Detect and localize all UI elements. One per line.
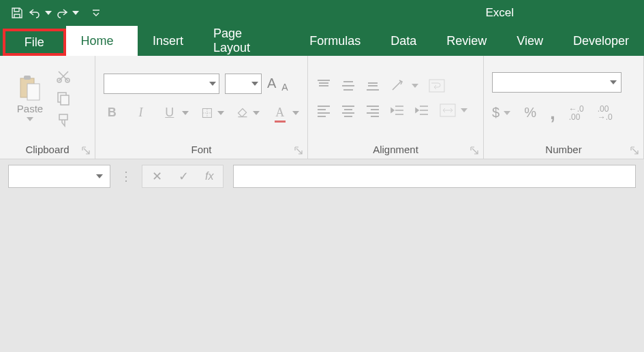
dialog-launcher-icon[interactable] [630, 146, 639, 155]
align-left-icon[interactable] [316, 103, 331, 117]
svg-rect-11 [429, 80, 444, 92]
group-label-number: Number [484, 140, 643, 159]
format-painter-icon[interactable] [56, 112, 71, 127]
font-color-dropdown-icon[interactable] [292, 111, 299, 115]
ribbon: Paste Clipboard A A [0, 56, 644, 159]
group-label-clipboard: Clipboard [0, 140, 95, 159]
tab-data[interactable]: Data [375, 26, 431, 56]
cancel-formula-icon[interactable]: ✕ [152, 169, 162, 184]
title-bar: Excel [0, 0, 644, 26]
formula-input[interactable] [233, 165, 636, 188]
borders-dropdown-icon[interactable] [217, 111, 224, 115]
group-alignment: Alignment [308, 56, 484, 159]
merge-center-icon[interactable] [439, 103, 457, 118]
save-icon[interactable] [10, 5, 25, 20]
insert-function-icon[interactable]: fx [205, 170, 213, 182]
svg-rect-7 [59, 114, 67, 120]
tab-review[interactable]: Review [431, 26, 502, 56]
confirm-formula-icon[interactable]: ✓ [179, 169, 189, 184]
increase-decimal-icon[interactable]: ←.0.00 [569, 105, 584, 121]
font-family-combo[interactable] [104, 74, 219, 94]
align-center-icon[interactable] [341, 103, 356, 117]
italic-button[interactable]: I [132, 103, 149, 123]
increase-indent-icon[interactable] [414, 103, 429, 117]
merge-dropdown-icon[interactable] [461, 108, 467, 112]
tab-page-layout[interactable]: Page Layout [198, 26, 294, 56]
percent-format-icon[interactable]: % [524, 105, 536, 121]
paste-icon [18, 74, 42, 101]
accounting-dropdown-icon[interactable] [504, 111, 510, 115]
orientation-icon[interactable] [390, 79, 409, 93]
ribbon-tabs: File Home Insert Page Layout Formulas Da… [0, 26, 644, 56]
font-size-combo[interactable] [225, 74, 262, 94]
decrease-decimal-icon[interactable]: .00→.0 [598, 105, 613, 121]
cut-icon[interactable] [56, 69, 71, 84]
svg-rect-6 [61, 95, 69, 105]
formula-bar: ⋮ ✕ ✓ fx [0, 159, 644, 193]
name-box[interactable] [8, 165, 110, 188]
fill-color-icon[interactable] [236, 106, 249, 121]
dialog-launcher-icon[interactable] [81, 146, 91, 155]
group-clipboard: Paste Clipboard [0, 56, 95, 159]
svg-rect-1 [24, 76, 31, 80]
decrease-indent-icon[interactable] [390, 103, 405, 117]
group-label-font: Font [95, 140, 307, 159]
quick-access-toolbar [0, 5, 104, 20]
tab-file[interactable]: File [3, 29, 66, 56]
dialog-launcher-icon[interactable] [470, 146, 479, 155]
grow-font-icon[interactable]: A [267, 76, 276, 91]
shrink-font-icon[interactable]: A [281, 82, 288, 93]
wrap-text-icon[interactable] [428, 78, 446, 93]
comma-format-icon[interactable]: , [550, 102, 555, 124]
dialog-launcher-icon[interactable] [294, 146, 303, 155]
undo-dropdown-icon[interactable] [45, 5, 52, 20]
number-format-combo[interactable] [492, 72, 622, 93]
paste-button[interactable]: Paste [8, 74, 52, 121]
formula-bar-expand-icon[interactable]: ⋮ [120, 169, 132, 184]
undo-icon[interactable] [27, 5, 42, 20]
svg-rect-2 [27, 84, 40, 100]
orientation-dropdown-icon[interactable] [412, 84, 418, 88]
app-title: Excel [486, 6, 515, 20]
group-number: $ % , ←.0.00 .00→.0 Number [484, 56, 644, 159]
tab-insert[interactable]: Insert [138, 26, 198, 56]
tab-developer[interactable]: Developer [558, 26, 644, 56]
align-bottom-icon[interactable] [365, 79, 380, 93]
align-middle-icon[interactable] [341, 79, 356, 93]
paste-label: Paste [17, 103, 43, 114]
underline-button[interactable]: U [162, 103, 178, 123]
bold-button[interactable]: B [104, 103, 120, 123]
borders-icon[interactable] [201, 106, 213, 121]
copy-icon[interactable] [56, 91, 71, 106]
tab-home[interactable]: Home [66, 26, 138, 56]
redo-dropdown-icon[interactable] [72, 5, 79, 20]
underline-dropdown-icon[interactable] [182, 111, 189, 115]
font-color-icon[interactable]: A [272, 103, 288, 123]
align-right-icon[interactable] [365, 103, 380, 117]
redo-icon[interactable] [55, 5, 70, 20]
accounting-format-icon[interactable]: $ [492, 105, 500, 121]
tab-view[interactable]: View [502, 26, 558, 56]
group-label-alignment: Alignment [308, 140, 483, 159]
paste-dropdown-icon[interactable] [27, 117, 33, 121]
fill-color-dropdown-icon[interactable] [253, 111, 260, 115]
qat-customize-icon[interactable] [89, 5, 104, 20]
tab-formulas[interactable]: Formulas [294, 26, 375, 56]
group-font: A A B I U A [95, 56, 308, 159]
align-top-icon[interactable] [316, 79, 331, 93]
